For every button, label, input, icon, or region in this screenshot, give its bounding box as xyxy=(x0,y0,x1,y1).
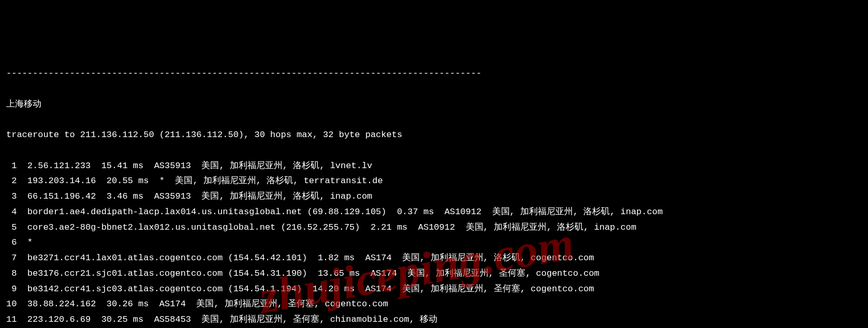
hop-row: 3 66.151.196.42 3.46 ms AS35913 美国, 加利福尼… xyxy=(6,189,862,204)
hop-row: 7 be3271.ccr41.lax01.atlas.cogentco.com … xyxy=(6,250,862,266)
hop-row: 5 core3.ae2-80g-bbnet2.lax012.us.unitasg… xyxy=(6,220,862,235)
hop-row: 9 be3142.ccr41.sjc03.atlas.cogentco.com … xyxy=(6,281,862,297)
hop-row: 8 be3176.ccr21.sjc01.atlas.cogentco.com … xyxy=(6,266,862,281)
hop-row: 11 223.120.6.69 30.25 ms AS58453 美国, 加利福… xyxy=(6,312,862,327)
hop-row: 10 38.88.224.162 30.26 ms AS174 美国, 加利福尼… xyxy=(6,296,862,312)
hop-row: 2 193.203.14.16 20.55 ms * 美国, 加利福尼亚州, 洛… xyxy=(6,173,862,189)
divider-line: ----------------------------------------… xyxy=(6,66,862,81)
hop-row: 1 2.56.121.233 15.41 ms AS35913 美国, 加利福尼… xyxy=(6,158,862,174)
hop-row: 4 border1.ae4.dedipath-lacp.lax014.us.un… xyxy=(6,204,862,220)
hops-list: 1 2.56.121.233 15.41 ms AS35913 美国, 加利福尼… xyxy=(6,158,862,329)
hop-row: 6 * xyxy=(6,235,862,250)
traceroute-header: traceroute to 211.136.112.50 (211.136.11… xyxy=(6,127,862,143)
traceroute-title: 上海移动 xyxy=(6,97,862,112)
